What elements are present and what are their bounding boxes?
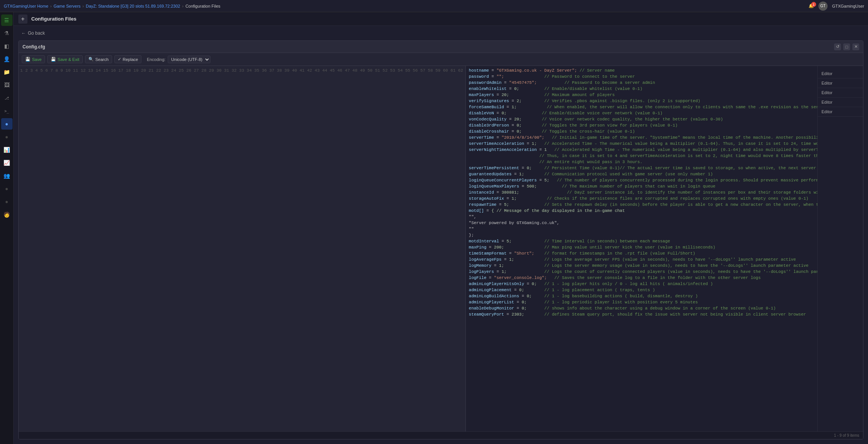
breadcrumb-sep-1: › xyxy=(50,4,52,8)
breadcrumb-home[interactable]: GTXGamingUser Home xyxy=(4,4,48,8)
encoding-label: Encoding: xyxy=(147,57,165,62)
save-icon: 💾 xyxy=(25,57,30,62)
sidebar-icon-people[interactable]: 👥 xyxy=(1,170,13,181)
right-panel-editor-3[interactable]: Editor xyxy=(818,88,863,98)
refresh-button[interactable]: ↺ xyxy=(834,43,841,50)
breadcrumb-server[interactable]: DayZ: Standalone [G3] 20 slots 51.89.169… xyxy=(86,4,180,8)
sidebar-icon-user[interactable]: 👤 xyxy=(1,53,13,65)
bell-badge: 1 xyxy=(811,2,816,7)
search-button[interactable]: 🔍 Search xyxy=(85,55,112,63)
sidebar-icon-circle2[interactable]: ● xyxy=(1,131,13,143)
status-label: 1 - 9 of 9 items xyxy=(834,433,859,438)
sidebar-icon-person[interactable]: 🧑 xyxy=(1,209,13,220)
username-label: GTXGamingUser xyxy=(832,4,864,8)
maximize-button[interactable]: □ xyxy=(843,43,850,50)
save-exit-label: Save & Exit xyxy=(58,57,79,62)
right-panel: Editor Editor Editor Editor Editor xyxy=(817,66,863,431)
bell-icon[interactable]: 🔔 1 xyxy=(809,3,814,8)
editor-window-controls: ↺ □ ✕ xyxy=(834,43,859,50)
save-label: Save xyxy=(32,57,42,62)
right-panel-editor-2[interactable]: Editor xyxy=(818,79,863,88)
status-bar: 1 - 9 of 9 items xyxy=(19,431,863,439)
layout: ☰ ⚗ ◧ 👤 📁 🖼 ⎇ >_ ● ● 📊 📈 👥 ● ● 🧑 + Confi… xyxy=(0,12,868,444)
sidebar-icon-image[interactable]: 🖼 xyxy=(1,79,13,91)
sidebar-icon-circle3[interactable]: ● xyxy=(1,183,13,194)
go-back-label: Go back xyxy=(28,30,45,36)
top-bar: GTXGamingUser Home › Game Servers › DayZ… xyxy=(0,0,868,12)
top-bar-right: 🔔 1 GT GTXGamingUser xyxy=(809,2,864,11)
code-content[interactable]: hostname = "GTXGaming.co.uk - DayZ Serve… xyxy=(466,66,817,431)
sub-header: + Configuration Files xyxy=(14,12,868,26)
save-button[interactable]: 💾 Save xyxy=(22,55,45,63)
close-button[interactable]: ✕ xyxy=(852,43,859,50)
breadcrumb: GTXGamingUser Home › Game Servers › DayZ… xyxy=(4,4,220,8)
replace-button[interactable]: ✓ Replace xyxy=(114,55,141,63)
plus-button[interactable]: + xyxy=(18,14,27,24)
editor-container: Config.cfg ↺ □ ✕ 💾 Save 💾 Save & Exit xyxy=(18,40,863,439)
sidebar: ☰ ⚗ ◧ 👤 📁 🖼 ⎇ >_ ● ● 📊 📈 👥 ● ● 🧑 xyxy=(0,12,14,444)
search-icon: 🔍 xyxy=(88,57,94,62)
editor-title-bar: Config.cfg ↺ □ ✕ xyxy=(19,41,863,53)
breadcrumb-current: Configuration Files xyxy=(185,4,220,8)
sidebar-icon-graph[interactable]: 📈 xyxy=(1,157,13,168)
sidebar-icon-chart[interactable]: 📊 xyxy=(1,144,13,155)
replace-icon: ✓ xyxy=(118,57,121,62)
sidebar-icon-circle4[interactable]: ● xyxy=(1,196,13,207)
sidebar-icon-terminal[interactable]: >_ xyxy=(1,105,13,117)
line-numbers: 1 2 3 4 5 6 7 8 9 10 11 12 13 14 15 16 1… xyxy=(19,66,466,431)
sidebar-icon-folder[interactable]: 📁 xyxy=(1,66,13,78)
save-exit-button[interactable]: 💾 Save & Exit xyxy=(47,55,83,63)
avatar: GT xyxy=(818,2,828,11)
replace-label: Replace xyxy=(123,57,138,62)
save-exit-icon: 💾 xyxy=(51,57,56,62)
main-content: + Configuration Files ← Go back Config.c… xyxy=(14,12,868,444)
editor-title: Config.cfg xyxy=(22,44,45,50)
right-panel-editor-5[interactable]: Editor xyxy=(818,107,863,117)
breadcrumb-sep-3: › xyxy=(182,4,184,8)
search-label: Search xyxy=(95,57,109,62)
arrow-left-icon: ← xyxy=(21,30,26,36)
breadcrumb-game-servers[interactable]: Game Servers xyxy=(53,4,80,8)
right-panel-editor-1[interactable]: Editor xyxy=(818,69,863,79)
editor-toolbar: 💾 Save 💾 Save & Exit 🔍 Search ✓ Replace … xyxy=(19,53,863,66)
encoding-select[interactable]: Unicode (UTF-8) xyxy=(168,56,210,63)
code-area: 1 2 3 4 5 6 7 8 9 10 11 12 13 14 15 16 1… xyxy=(19,66,863,431)
sidebar-icon-layers[interactable]: ◧ xyxy=(1,40,13,52)
go-back-bar: ← Go back xyxy=(14,26,868,40)
sidebar-icon-git[interactable]: ⎇ xyxy=(1,92,13,104)
go-back-button[interactable]: ← Go back xyxy=(18,29,48,37)
sidebar-icon-flask[interactable]: ⚗ xyxy=(1,27,13,39)
breadcrumb-sep-2: › xyxy=(82,4,84,8)
sidebar-icon-active1[interactable]: ● xyxy=(1,118,13,130)
page-title: Configuration Files xyxy=(31,16,76,22)
right-panel-editor-4[interactable]: Editor xyxy=(818,98,863,107)
sidebar-icon-menu[interactable]: ☰ xyxy=(1,14,13,26)
